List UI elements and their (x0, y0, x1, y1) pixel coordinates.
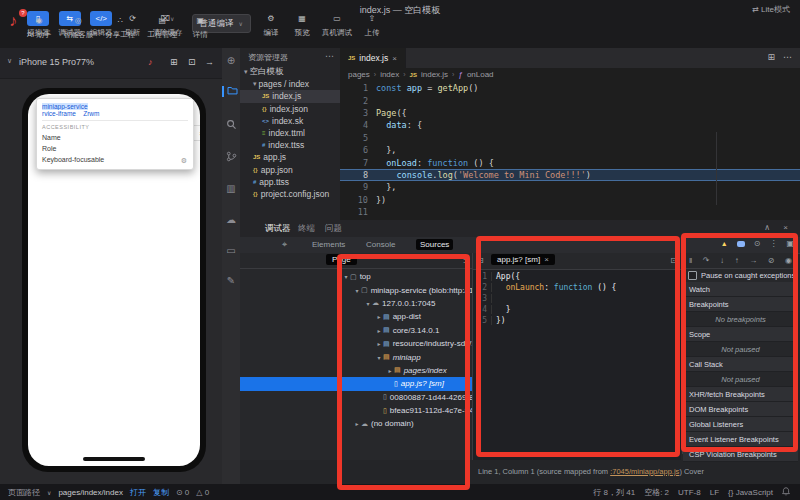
nav-item-nodomain[interactable]: ▸☁(no domain) (240, 417, 472, 430)
nav-item-008008871d444269813[interactable]: ▯00800887-1d44-4269-813 (240, 391, 472, 404)
nav-item-resourceindustrysdk1.5[interactable]: ▸▤resource/industry-sdk/1.5 (240, 337, 472, 350)
nav-item-miniappserviceblobhttp12[interactable]: ▾▢miniapp-service (blob:http://12 (240, 283, 472, 296)
explorer-item-index.ttss[interactable]: #index.ttss (240, 139, 340, 151)
step-into-icon[interactable]: ↓ (720, 256, 724, 265)
editor-options-icon[interactable]: ⊡ (670, 256, 677, 265)
details-button[interactable]: ▣详情 (189, 13, 211, 40)
explorer-item-project.config.json[interactable]: {}project.config.json (240, 188, 340, 200)
navigator-tab-page[interactable]: Page (326, 254, 357, 265)
nav-item-miniapp[interactable]: ▾▤miniapp (240, 350, 472, 363)
eol[interactable]: LF (710, 488, 719, 497)
git-icon[interactable] (222, 151, 240, 164)
search-icon[interactable] (222, 119, 240, 132)
nav-item-appdist[interactable]: ▸▤app-dist (240, 310, 472, 323)
terminal-icon[interactable]: ▭ (222, 245, 240, 256)
smart-service-button[interactable]: ◎智能客服 (63, 13, 93, 40)
device-name[interactable]: iPhone 15 Pro (19, 57, 76, 67)
explorer-item-app.js[interactable]: JSapp.js (240, 151, 340, 163)
explorer-more-icon[interactable]: ⋯ (325, 51, 334, 61)
nav-item-app.jssm[interactable]: ▯app.js? [sm] (240, 377, 472, 390)
share-project-button[interactable]: ∴分享工程 (105, 13, 135, 40)
project-manage-button[interactable]: ▤工程管理 (147, 13, 177, 40)
collapse-panel-icon[interactable]: ∧ (764, 223, 770, 232)
close-panel-icon[interactable]: × (783, 223, 788, 232)
tab-elements[interactable]: Elements (308, 239, 349, 250)
source-map-link[interactable]: :7045/miniapp/app.js (610, 467, 679, 476)
nav-item-127.0.0.17045[interactable]: ▾☁127.0.0.1:7045 (240, 297, 472, 310)
pause-icon[interactable]: ‖ (689, 256, 692, 265)
step-icon[interactable]: → (749, 256, 757, 265)
tab-console[interactable]: Console (362, 239, 399, 250)
close-icon[interactable]: × (199, 129, 200, 138)
inspected-node-link[interactable]: miniapp-service (42, 103, 188, 110)
inspected-node-link2[interactable]: rvice-iframe__Zrwm (42, 110, 188, 117)
explorer-item-app.ttss[interactable]: #app.ttss (240, 176, 340, 188)
section-xhr-fetch-breakpoints[interactable]: XHR/fetch Breakpoints (683, 387, 798, 402)
pause-on-exceptions-icon[interactable]: ◉ (785, 256, 792, 265)
zoom-level[interactable]: 77% (76, 57, 94, 67)
tab-debugger[interactable]: 调试器 (265, 223, 291, 235)
nav-item-bfeac911112d4c7e9410[interactable]: ▯bfeac911-112d-4c7e-9410 (240, 404, 472, 417)
plugin-pen-icon[interactable]: ✎ (222, 275, 240, 286)
language-mode[interactable]: {} JavaScript (728, 488, 773, 497)
section-global-listeners[interactable]: Global Listeners (683, 417, 798, 432)
close-tab-icon[interactable]: × (392, 54, 397, 63)
cloud-icon[interactable]: ☁ (222, 214, 240, 225)
checkbox[interactable] (688, 271, 697, 280)
tab-terminal[interactable]: 终端 (298, 223, 315, 235)
scan-icon[interactable]: ⊞ (170, 57, 178, 67)
encoding[interactable]: UTF-8 (678, 488, 701, 497)
dock-panel-icon[interactable]: ▣ (786, 239, 794, 248)
explorer-item-index.js[interactable]: JSindex.js (240, 90, 340, 102)
explorer-item-app.json[interactable]: {}app.json (240, 164, 340, 176)
breadcrumb[interactable]: pages› index› JS index.js› ƒ onLoad (348, 68, 494, 81)
tab-app-js[interactable]: app.js? [sm] × (491, 254, 555, 265)
close-tab-icon[interactable]: × (544, 255, 549, 264)
phone-screen[interactable]: 17:06 mini (28, 94, 200, 466)
messages-icon[interactable] (737, 241, 745, 247)
deactivate-breakpoints-icon[interactable]: ⊘ (768, 256, 775, 265)
step-over-icon[interactable]: ↷ (703, 256, 710, 265)
section-event-listener-breakpoints[interactable]: Event Listener Breakpoints (683, 432, 798, 447)
warning-count[interactable]: △ 0 (196, 488, 209, 497)
section-csp-violation-breakpoints[interactable]: CSP Violation Breakpoints (683, 447, 798, 462)
section-watch[interactable]: Watch (683, 282, 798, 297)
device-dropdown-icon[interactable]: ∨ (7, 57, 12, 65)
section-dom-breakpoints[interactable]: DOM Breakpoints (683, 402, 798, 417)
tab-sources[interactable]: Sources (416, 239, 453, 250)
code-area[interactable]: 1const app = getApp()23Page({4 data: {56… (340, 82, 800, 220)
section-call-stack[interactable]: Call Stack (683, 357, 798, 372)
path-dropdown-icon[interactable]: ∨ (47, 489, 51, 496)
section-scope[interactable]: Scope (683, 327, 798, 342)
inspect-element-icon[interactable]: ⌖ (282, 239, 287, 250)
compile-target-icon[interactable]: ⊕ (222, 55, 240, 66)
error-count[interactable]: ⊙ 0 (176, 488, 189, 497)
power-icon[interactable]: ⊙ (754, 239, 761, 248)
section-breakpoints[interactable]: Breakpoints (683, 297, 798, 312)
indent-setting[interactable]: 空格: 2 (644, 487, 669, 498)
editor-more-icon[interactable]: ⋯ (783, 52, 792, 62)
gear-icon[interactable]: ⚙ (181, 155, 187, 166)
explorer-item-index.json[interactable]: {}index.json (240, 103, 340, 115)
source-code-area[interactable]: 1App({2 onLaunch: function () {34 }5}) (473, 271, 681, 326)
cursor-position[interactable]: 行 8，列 41 (593, 487, 635, 498)
nav-item-core3.14.0.1[interactable]: ▸▤core/3.14.0.1 (240, 324, 472, 337)
ai-assistant-button[interactable]: ◉AI 助手 (27, 13, 51, 40)
copy-link[interactable]: 复制 (153, 487, 169, 498)
bell-icon[interactable] (782, 487, 790, 498)
explorer-item-index.sk[interactable]: <>index.sk (240, 115, 340, 127)
tab-index-js[interactable]: JS index.js × (340, 48, 406, 68)
files-icon[interactable] (222, 86, 240, 97)
explorer-item-index.ttml[interactable]: ≡index.ttml (240, 127, 340, 139)
warnings-icon[interactable]: ▲ (721, 240, 728, 247)
detach-icon[interactable]: → (205, 57, 214, 67)
split-editor-icon[interactable]: ⊞ (767, 52, 775, 62)
logo-mini-icon[interactable]: ♪ (148, 57, 153, 67)
step-out-icon[interactable]: ↑ (735, 256, 739, 265)
screenshot-icon[interactable]: ⊡ (188, 57, 196, 67)
nav-item-pagesindex[interactable]: ▸▤pages/index (240, 364, 472, 377)
collapse-navigator-icon[interactable]: ⊟ (477, 256, 484, 265)
kebab-menu-icon[interactable]: ⋮ (769, 239, 777, 248)
explorer-item-[interactable]: ▾空白模板 (240, 66, 340, 78)
pause-caught-exceptions[interactable]: Pause on caught exceptions (683, 268, 798, 283)
